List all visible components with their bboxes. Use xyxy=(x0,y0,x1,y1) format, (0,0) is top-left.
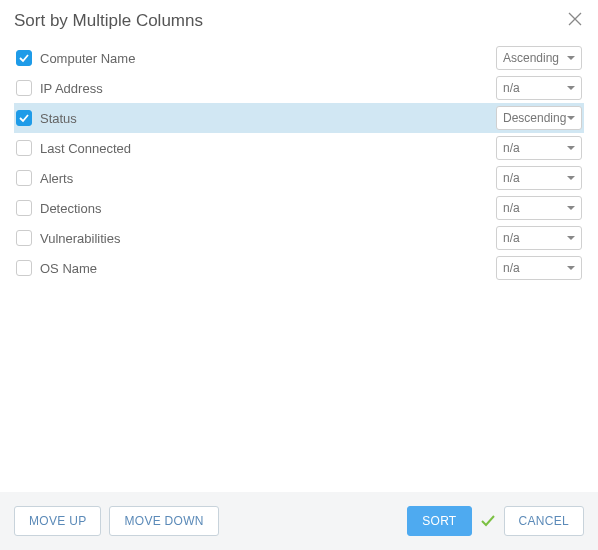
column-label: Alerts xyxy=(40,171,73,186)
column-row-left: Detections xyxy=(16,200,101,216)
column-list: Computer NameAscendingIP Addressn/aStatu… xyxy=(0,37,598,492)
order-select-value: n/a xyxy=(503,261,520,275)
cancel-button[interactable]: CANCEL xyxy=(504,506,584,536)
dialog-title: Sort by Multiple Columns xyxy=(14,11,203,31)
order-select-value: Descending xyxy=(503,111,566,125)
column-checkbox[interactable] xyxy=(16,50,32,66)
order-select-value: n/a xyxy=(503,81,520,95)
order-select[interactable]: n/a xyxy=(496,76,582,100)
move-down-button[interactable]: MOVE DOWN xyxy=(109,506,218,536)
success-check-icon xyxy=(480,513,496,529)
column-row[interactable]: IP Addressn/a xyxy=(14,73,584,103)
chevron-down-icon xyxy=(567,206,575,210)
column-label: Status xyxy=(40,111,77,126)
close-icon xyxy=(568,12,582,26)
chevron-down-icon xyxy=(567,56,575,60)
chevron-down-icon xyxy=(567,86,575,90)
order-select-value: n/a xyxy=(503,231,520,245)
column-row[interactable]: Detectionsn/a xyxy=(14,193,584,223)
column-row[interactable]: Last Connectedn/a xyxy=(14,133,584,163)
column-row-left: Alerts xyxy=(16,170,73,186)
column-checkbox[interactable] xyxy=(16,110,32,126)
order-select-value: n/a xyxy=(503,171,520,185)
order-select[interactable]: n/a xyxy=(496,226,582,250)
dialog-footer: MOVE UP MOVE DOWN SORT CANCEL xyxy=(0,492,598,550)
column-row[interactable]: StatusDescending xyxy=(14,103,584,133)
column-checkbox[interactable] xyxy=(16,80,32,96)
chevron-down-icon xyxy=(567,146,575,150)
column-label: Last Connected xyxy=(40,141,131,156)
column-label: IP Address xyxy=(40,81,103,96)
column-row-left: Vulnerabilities xyxy=(16,230,120,246)
order-select-value: Ascending xyxy=(503,51,559,65)
column-row[interactable]: Alertsn/a xyxy=(14,163,584,193)
column-row-left: IP Address xyxy=(16,80,103,96)
dialog-header: Sort by Multiple Columns xyxy=(0,0,598,37)
order-select[interactable]: n/a xyxy=(496,256,582,280)
chevron-down-icon xyxy=(567,176,575,180)
order-select[interactable]: Descending xyxy=(496,106,582,130)
column-label: OS Name xyxy=(40,261,97,276)
chevron-down-icon xyxy=(567,116,575,120)
column-checkbox[interactable] xyxy=(16,140,32,156)
move-up-button[interactable]: MOVE UP xyxy=(14,506,101,536)
column-checkbox[interactable] xyxy=(16,170,32,186)
column-row-left: Computer Name xyxy=(16,50,135,66)
column-row[interactable]: Computer NameAscending xyxy=(14,43,584,73)
sort-button[interactable]: SORT xyxy=(407,506,471,536)
column-checkbox[interactable] xyxy=(16,260,32,276)
column-row-left: Status xyxy=(16,110,77,126)
column-checkbox[interactable] xyxy=(16,230,32,246)
column-row-left: Last Connected xyxy=(16,140,131,156)
column-row-left: OS Name xyxy=(16,260,97,276)
order-select[interactable]: n/a xyxy=(496,196,582,220)
order-select[interactable]: n/a xyxy=(496,136,582,160)
order-select[interactable]: Ascending xyxy=(496,46,582,70)
chevron-down-icon xyxy=(567,266,575,270)
column-row[interactable]: OS Namen/a xyxy=(14,253,584,283)
column-row[interactable]: Vulnerabilitiesn/a xyxy=(14,223,584,253)
order-select[interactable]: n/a xyxy=(496,166,582,190)
column-label: Computer Name xyxy=(40,51,135,66)
chevron-down-icon xyxy=(567,236,575,240)
column-checkbox[interactable] xyxy=(16,200,32,216)
order-select-value: n/a xyxy=(503,141,520,155)
close-button[interactable] xyxy=(566,10,584,31)
column-label: Vulnerabilities xyxy=(40,231,120,246)
order-select-value: n/a xyxy=(503,201,520,215)
column-label: Detections xyxy=(40,201,101,216)
